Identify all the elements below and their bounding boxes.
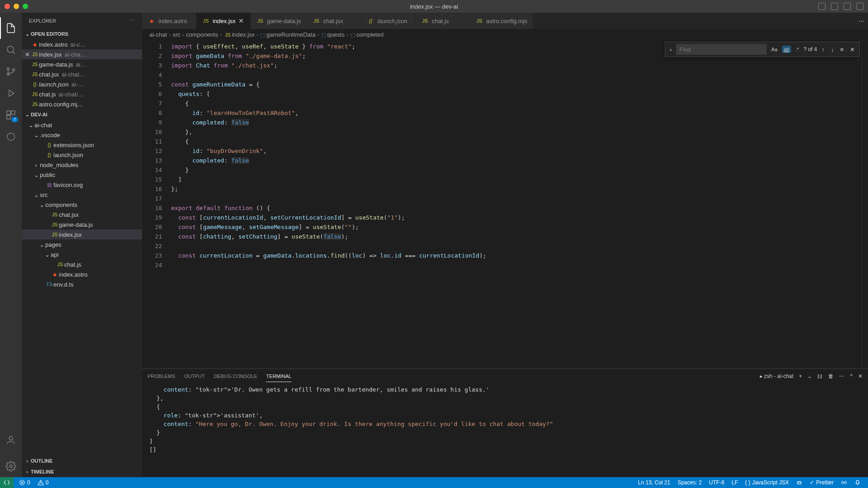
breadcrumb-item[interactable]: ⬚ quests bbox=[321, 31, 345, 38]
panel-tab[interactable]: DEBUG CONSOLE bbox=[214, 371, 257, 382]
cursor-position[interactable]: Ln 13, Col 21 bbox=[634, 479, 674, 486]
settings-activity[interactable] bbox=[0, 455, 22, 477]
file-tree-item[interactable]: ⌄components bbox=[22, 200, 142, 210]
maximize-window-button[interactable] bbox=[23, 4, 28, 9]
editor-tab[interactable]: JSindex.jsx✕ bbox=[196, 13, 251, 29]
new-terminal-button[interactable]: + bbox=[799, 373, 802, 379]
search-activity[interactable] bbox=[0, 39, 22, 61]
editor-tab[interactable]: JSchat.jsx bbox=[307, 13, 361, 29]
file-tree-item[interactable]: ◆index.astro bbox=[22, 269, 142, 279]
regex-toggle[interactable]: .* bbox=[794, 46, 801, 53]
more-icon[interactable]: ⋯ bbox=[130, 18, 135, 24]
more-icon[interactable]: ⋯ bbox=[858, 18, 864, 24]
encoding-status[interactable]: UTF-8 bbox=[706, 479, 728, 486]
open-editor-item[interactable]: ✕JSindex.jsxai-cha… bbox=[22, 49, 142, 59]
maximize-panel-button[interactable]: ^ bbox=[850, 373, 853, 379]
panel-tab[interactable]: OUTPUT bbox=[184, 371, 205, 382]
file-tree-item[interactable]: ›node_modules bbox=[22, 160, 142, 170]
breadcrumb-item[interactable]: src bbox=[172, 31, 180, 38]
project-header[interactable]: ⌄ DEV-AI bbox=[22, 109, 142, 120]
breadcrumb-item[interactable]: ⬚ completed bbox=[350, 31, 384, 38]
find-close-button[interactable]: ✕ bbox=[848, 46, 857, 53]
file-tree-item[interactable]: {}launch.json bbox=[22, 150, 142, 160]
breadcrumb-item[interactable]: ai-chat bbox=[149, 31, 167, 38]
outline-header[interactable]: › OUTLINE bbox=[22, 455, 142, 466]
find-selection-button[interactable]: ≡ bbox=[838, 46, 845, 53]
bell-icon[interactable] bbox=[851, 479, 864, 486]
find-input[interactable] bbox=[676, 44, 767, 55]
breadcrumb-item[interactable]: JSindex.jsx bbox=[224, 31, 255, 38]
indent-status[interactable]: Spaces: 2 bbox=[674, 479, 705, 486]
edge-activity[interactable] bbox=[0, 126, 22, 148]
editor-tab[interactable]: {}launch.json bbox=[361, 13, 415, 29]
accounts-activity[interactable] bbox=[0, 429, 22, 451]
panel-tab[interactable]: TERMINAL bbox=[266, 371, 291, 382]
file-tree-item[interactable]: ⌄ai-chat bbox=[22, 120, 142, 130]
extensions-activity[interactable]: 7 bbox=[0, 104, 22, 126]
customize-layout-icon[interactable] bbox=[856, 3, 863, 10]
open-editor-item[interactable]: JSastro.config.mj… bbox=[22, 99, 142, 109]
language-status[interactable]: { } JavaScript JSX bbox=[742, 479, 793, 486]
editor-tab[interactable]: ◆index.astro bbox=[142, 13, 196, 29]
prettier-status[interactable]: ✓ Prettier bbox=[806, 479, 837, 486]
file-tree-item[interactable]: {}extensions.json bbox=[22, 140, 142, 150]
warnings-status[interactable]: 0 bbox=[34, 479, 52, 486]
breadcrumb-item[interactable]: components bbox=[186, 31, 218, 38]
find-prev-button[interactable]: ↑ bbox=[820, 46, 826, 53]
minimap[interactable] bbox=[862, 40, 868, 368]
file-tree-item[interactable]: ⌄.vscode bbox=[22, 130, 142, 140]
file-tree-item[interactable]: JSchat.jsx bbox=[22, 210, 142, 220]
file-tree-item[interactable]: ⌄src bbox=[22, 190, 142, 200]
breadcrumb-item[interactable]: ⬚ gameRuntimeData bbox=[260, 31, 315, 38]
toggle-panel-icon[interactable] bbox=[818, 3, 825, 10]
source-control-activity[interactable] bbox=[0, 61, 22, 82]
terminal-output[interactable]: content: "tok-str">'Dr. Owen gets a refi… bbox=[142, 383, 868, 477]
editor-body[interactable]: 123456789101112131415161718192021222324 … bbox=[142, 40, 868, 368]
close-icon[interactable]: ✕ bbox=[24, 51, 31, 58]
copilot-icon[interactable] bbox=[792, 479, 806, 486]
breadcrumbs[interactable]: ai-chat›src›components›JSindex.jsx›⬚ gam… bbox=[142, 29, 868, 40]
minimize-window-button[interactable] bbox=[14, 4, 19, 9]
file-tree-item[interactable]: ⌄public bbox=[22, 170, 142, 180]
match-case-toggle[interactable]: Aa bbox=[769, 46, 779, 53]
toggle-secondary-icon[interactable] bbox=[844, 3, 851, 10]
errors-status[interactable]: 0 bbox=[15, 479, 34, 486]
editor-tab[interactable]: JSgame-data.js bbox=[251, 13, 307, 29]
terminal-dropdown-button[interactable]: ⌄ bbox=[807, 373, 812, 379]
open-editor-item[interactable]: JSchat.jsxai-chat… bbox=[22, 69, 142, 79]
close-tab-button[interactable]: ✕ bbox=[238, 17, 244, 24]
find-next-button[interactable]: ↓ bbox=[829, 46, 836, 53]
remote-button[interactable] bbox=[0, 477, 14, 488]
close-panel-button[interactable]: ✕ bbox=[858, 373, 863, 379]
file-tree-item[interactable]: JSchat.js bbox=[22, 259, 142, 269]
split-terminal-button[interactable]: ⫿⫿ bbox=[817, 373, 823, 379]
file-tree-item[interactable]: ▧favicon.svg bbox=[22, 180, 142, 190]
svg-point-1 bbox=[7, 68, 10, 70]
explorer-activity[interactable] bbox=[0, 17, 22, 39]
feedback-icon[interactable] bbox=[837, 479, 851, 486]
panel-tab[interactable]: PROBLEMS bbox=[148, 371, 175, 382]
open-editor-item[interactable]: ◆index.astroai-c… bbox=[22, 39, 142, 49]
close-window-button[interactable] bbox=[5, 4, 10, 9]
editor-tab[interactable]: JSchat.js bbox=[415, 13, 470, 29]
file-tree-item[interactable]: JSgame-data.js bbox=[22, 220, 142, 230]
code-content[interactable]: import { useEffect, useRef, useState } f… bbox=[171, 40, 862, 368]
more-icon[interactable]: ⋯ bbox=[839, 373, 844, 379]
terminal-shell-button[interactable]: ▸ zsh - ai-chat bbox=[760, 373, 794, 379]
file-tree-item[interactable]: ⌄api bbox=[22, 249, 142, 259]
open-editors-header[interactable]: ⌄ OPEN EDITORS bbox=[22, 29, 142, 39]
editor-tab[interactable]: JSastro.config.mjs bbox=[470, 13, 533, 29]
debug-activity[interactable] bbox=[0, 82, 22, 104]
whole-word-toggle[interactable]: ab bbox=[782, 46, 791, 53]
open-editor-item[interactable]: {}launch.jsonai-… bbox=[22, 79, 142, 89]
file-tree-item[interactable]: TSenv.d.ts bbox=[22, 279, 142, 289]
toggle-sidebar-icon[interactable] bbox=[831, 3, 838, 10]
file-tree-item[interactable]: ⌄pages bbox=[22, 239, 142, 249]
kill-terminal-button[interactable]: 🗑 bbox=[828, 373, 834, 379]
open-editor-item[interactable]: JSgame-data.jsai… bbox=[22, 59, 142, 69]
timeline-header[interactable]: › TIMELINE bbox=[22, 466, 142, 477]
open-editor-item[interactable]: JSchat.jsai-chat/… bbox=[22, 89, 142, 99]
eol-status[interactable]: LF bbox=[728, 479, 742, 486]
find-toggle-replace[interactable]: › bbox=[668, 46, 673, 53]
file-tree-item[interactable]: JSindex.jsx bbox=[22, 230, 142, 239]
